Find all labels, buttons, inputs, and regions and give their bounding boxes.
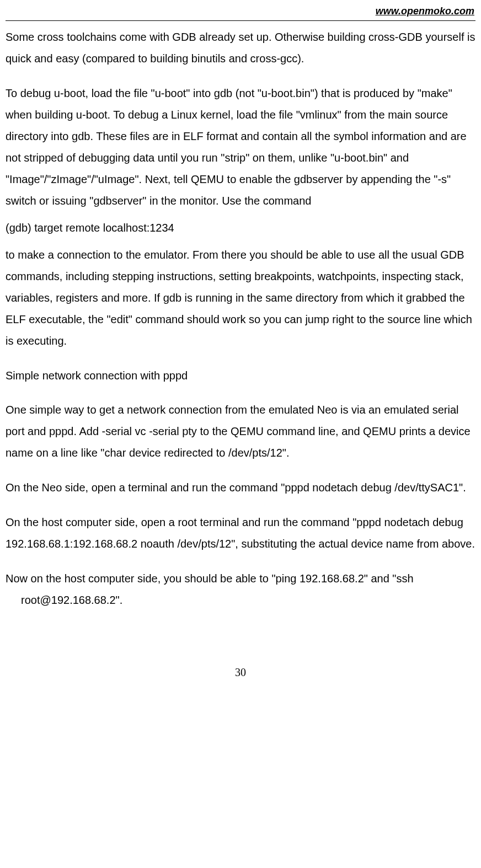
section-heading-pppd: Simple network connection with pppd: [6, 365, 475, 386]
gdb-command-line: (gdb) target remote localhost:1234: [6, 217, 475, 239]
page-number: 30: [6, 666, 475, 679]
header-divider: [6, 20, 475, 21]
paragraph-host-side: On the host computer side, open a root t…: [6, 512, 475, 555]
paragraph-intro: Some cross toolchains come with GDB alre…: [6, 26, 475, 69]
paragraph-neo-side: On the Neo side, open a terminal and run…: [6, 477, 475, 499]
paragraph-ping-ssh: Now on the host computer side, you shoul…: [6, 568, 475, 611]
paragraph-gdb-usage: to make a connection to the emulator. Fr…: [6, 244, 475, 352]
paragraph-debug-uboot: To debug u-boot, load the file "u-boot" …: [6, 83, 475, 212]
header-url-link[interactable]: www.openmoko.com: [6, 6, 475, 17]
paragraph-pppd-intro: One simple way to get a network connecti…: [6, 399, 475, 464]
document-page: www.openmoko.com Some cross toolchains c…: [0, 0, 481, 695]
